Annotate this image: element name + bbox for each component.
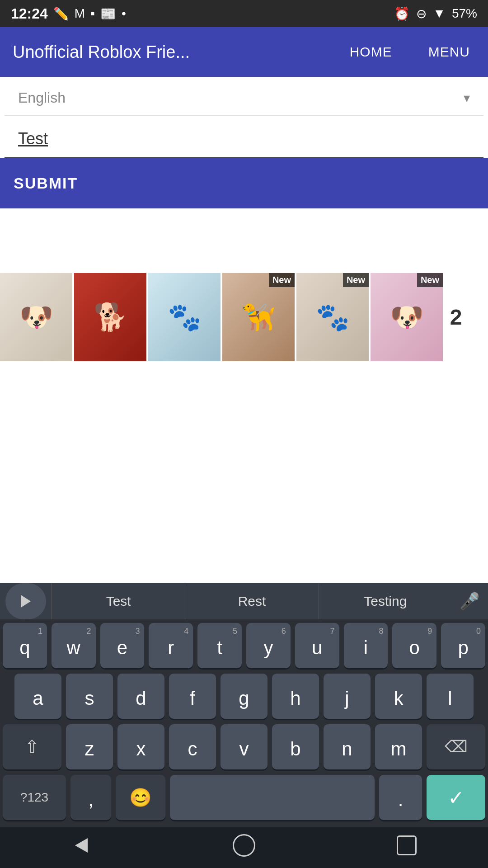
suggestions-expand-button[interactable] [5,583,46,619]
app-header: Unofficial Roblox Frie... HOME MENU [0,27,488,77]
home-button[interactable]: HOME [332,27,410,77]
key-c[interactable]: c [169,724,216,769]
emoji-key[interactable]: 😊 [116,775,165,820]
suggestion-testing[interactable]: Testing [319,583,452,619]
mic-icon: 🎤 [460,592,480,611]
key-j[interactable]: j [324,674,371,719]
suggestion-rest[interactable]: Rest [185,583,318,619]
dot-icon: • [122,6,126,21]
newspaper-icon: 📰 [100,6,116,21]
key-n[interactable]: n [324,724,371,769]
gmail-icon: M [75,6,85,21]
keyboard-rows: 1q 2w 3e 4r 5t 6y 7u 8i 9o 0p a s d f g … [0,619,488,827]
back-icon [75,838,88,853]
key-p[interactable]: 0p [441,623,485,668]
app-title-section: Unofficial Roblox Frie... [0,27,332,77]
pencil-icon: ✏️ [53,6,69,21]
key-s[interactable]: s [66,674,113,719]
key-x[interactable]: x [117,724,164,769]
status-time: 12:24 [11,5,48,22]
nav-bar [0,827,488,868]
list-item[interactable]: 🐶 New [371,273,443,361]
numbers-key[interactable]: ?123 [3,775,66,820]
enter-key[interactable]: ✓ [427,775,485,820]
new-badge: New [343,273,369,287]
square-icon: ▪ [90,6,95,21]
key-f[interactable]: f [169,674,216,719]
header-nav: HOME MENU [332,27,488,77]
list-item[interactable]: 🐾 [148,273,221,361]
key-i[interactable]: 8i [344,623,388,668]
mic-button[interactable]: 🎤 [452,592,488,611]
submit-button[interactable]: SUBMIT [0,158,488,208]
recents-button[interactable] [389,832,425,859]
chevron-right-icon [21,595,31,608]
new-badge: New [269,273,295,287]
key-w[interactable]: 2w [52,623,96,668]
home-nav-button[interactable] [226,832,262,859]
text-input-area[interactable]: Test [5,116,483,158]
key-row-3: ⇧ z x c v b n m ⌫ [3,724,485,769]
keyboard-container: Test Rest Testing 🎤 1q 2w 3e 4r 5t 6y 7u… [0,583,488,868]
key-a[interactable]: a [14,674,61,719]
key-d[interactable]: d [117,674,164,719]
main-content: English ▾ Test SUBMIT 🐶 🐕 🐾 🦮 New 🐾 New … [0,77,488,362]
key-u[interactable]: 7u [295,623,339,668]
key-y[interactable]: 6y [246,623,291,668]
product-carousel: 🐶 🐕 🐾 🦮 New 🐾 New 🐶 New 2 [0,272,488,362]
comma-key[interactable]: , [70,775,111,820]
key-m[interactable]: m [375,724,422,769]
suggestion-test[interactable]: Test [52,583,185,619]
language-selector[interactable]: English ▾ [5,77,483,116]
list-item[interactable]: 🐾 New [296,273,369,361]
status-bar: 12:24 ✏️ M ▪ 📰 • ⏰ ⊖ ▼ 57% [0,0,488,27]
key-t[interactable]: 5t [197,623,242,668]
delete-key[interactable]: ⌫ [427,724,485,769]
key-b[interactable]: b [272,724,319,769]
key-h[interactable]: h [272,674,319,719]
text-input-field[interactable]: Test [18,129,48,148]
status-right: ⏰ ⊖ ▼ 57% [394,6,477,21]
shift-key[interactable]: ⇧ [3,724,61,769]
recents-icon [397,835,417,855]
language-label: English [18,90,66,106]
app-title: Unofficial Roblox Frie... [13,42,190,62]
emoji-icon: 😊 [129,787,152,808]
key-row-1: 1q 2w 3e 4r 5t 6y 7u 8i 9o 0p [3,623,485,668]
product-image: 🐾 [316,301,350,333]
product-image: 🐾 [168,301,202,333]
menu-button[interactable]: MENU [410,27,488,77]
product-image: 🦮 [242,301,276,333]
key-v[interactable]: v [221,724,267,769]
chevron-down-icon: ▾ [464,90,470,105]
key-o[interactable]: 9o [392,623,436,668]
key-l[interactable]: l [427,674,474,719]
wifi-icon: ▼ [433,6,446,21]
list-item[interactable]: 🐕 [74,273,146,361]
home-icon [233,834,255,857]
space-key[interactable] [170,775,375,820]
key-k[interactable]: k [375,674,422,719]
product-image: 🐶 [390,301,424,333]
status-left: 12:24 ✏️ M ▪ 📰 • [11,5,126,22]
list-item[interactable]: 🦮 New [222,273,295,361]
key-e[interactable]: 3e [100,623,145,668]
product-image: 🐕 [94,301,127,333]
key-q[interactable]: 1q [3,623,47,668]
new-badge: New [417,273,443,287]
shift-icon: ⇧ [24,736,40,757]
checkmark-icon: ✓ [448,786,465,809]
period-key[interactable]: . [379,775,422,820]
suggestions-row: Test Rest Testing 🎤 [0,583,488,619]
key-g[interactable]: g [221,674,267,719]
alarm-icon: ⏰ [394,6,410,21]
scroll-indicator: 2 [445,305,467,330]
key-row-2: a s d f g h j k l [3,674,485,719]
back-button[interactable] [63,832,99,859]
key-row-4: ?123 , 😊 . ✓ [3,775,485,820]
key-r[interactable]: 4r [149,623,193,668]
key-z[interactable]: z [66,724,113,769]
product-image: 🐶 [19,301,53,333]
list-item[interactable]: 🐶 [0,273,72,361]
battery-status: 57% [452,6,477,21]
